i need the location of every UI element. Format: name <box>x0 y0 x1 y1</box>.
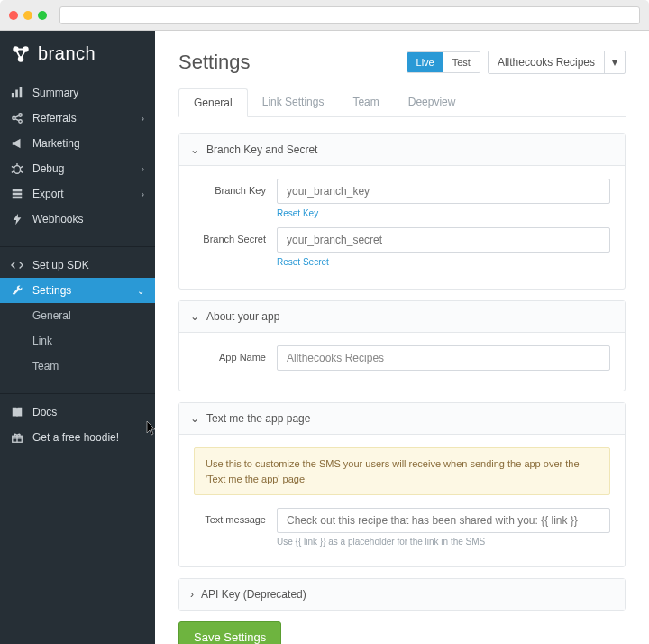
sidebar-item-marketing[interactable]: Marketing <box>0 131 155 156</box>
chevron-down-icon: ⌄ <box>190 412 199 425</box>
brand-logo[interactable]: branch <box>0 31 155 80</box>
panel-api-key-head[interactable]: › API Key (Deprecated) <box>179 579 625 610</box>
text-msg-input[interactable] <box>277 508 610 533</box>
env-toggle: Live Test <box>407 51 480 73</box>
tab-deepview[interactable]: Deepview <box>394 88 471 116</box>
chevron-right-icon: › <box>190 588 194 601</box>
nav-label: Marketing <box>32 137 80 150</box>
sidebar: branch Summary Referrals › Marketing Deb… <box>0 31 155 644</box>
svg-point-8 <box>19 120 23 124</box>
panel-about: ⌄ About your app App Name <box>178 300 626 391</box>
svg-rect-12 <box>13 197 23 199</box>
sidebar-item-hoodie[interactable]: Get a free hoodie! <box>0 425 155 450</box>
app-name-label: App Name <box>194 345 266 363</box>
sidebar-sub-general[interactable]: General <box>0 303 155 328</box>
tab-team[interactable]: Team <box>338 88 393 116</box>
code-icon <box>11 259 23 271</box>
bar-chart-icon <box>11 87 23 99</box>
sidebar-sub-link[interactable]: Link <box>0 328 155 354</box>
reset-key-link[interactable]: Reset Key <box>277 208 318 218</box>
app-switcher[interactable]: Allthecooks Recipes ▾ <box>488 51 626 74</box>
chevron-down-icon: ⌄ <box>137 286 144 296</box>
wrench-icon <box>11 284 23 297</box>
nav-label: Docs <box>32 406 57 419</box>
panel-about-head[interactable]: ⌄ About your app <box>179 301 625 333</box>
sidebar-sub-team[interactable]: Team <box>0 354 155 379</box>
panel-branch-key: ⌄ Branch Key and Secret Branch Key Reset… <box>178 133 626 290</box>
save-button[interactable]: Save Settings <box>178 621 281 644</box>
text-msg-label: Text message <box>194 508 266 525</box>
toggle-test[interactable]: Test <box>443 52 480 72</box>
chevron-right-icon: › <box>142 189 144 199</box>
branch-secret-label: Branch Secret <box>194 227 266 244</box>
svg-point-9 <box>14 166 21 174</box>
chevron-right-icon: › <box>142 114 144 124</box>
brand-name: branch <box>38 43 96 64</box>
svg-point-7 <box>19 114 23 117</box>
sidebar-item-sdk[interactable]: Set up SDK <box>0 253 155 278</box>
nav-label: Settings <box>32 284 71 297</box>
chevron-down-icon: ⌄ <box>190 143 199 156</box>
sidebar-item-docs[interactable]: Docs <box>0 400 155 425</box>
layers-icon <box>11 188 23 200</box>
nav-help: Docs Get a free hoodie! <box>0 400 155 459</box>
panel-text-me-head[interactable]: ⌄ Text me the app page <box>179 403 625 435</box>
reset-secret-link[interactable]: Reset Secret <box>277 257 329 267</box>
app-switcher-name: Allthecooks Recipes <box>489 51 604 73</box>
text-msg-hint: Use {{ link }} as a placeholder for the … <box>277 537 610 547</box>
nav-main: Summary Referrals › Marketing Debug › Ex… <box>0 80 155 241</box>
tab-general[interactable]: General <box>178 88 248 117</box>
nav-label: Webhooks <box>32 213 83 225</box>
browser-chrome <box>0 0 649 31</box>
branch-secret-input[interactable] <box>277 227 610 253</box>
nav-config: Set up SDK Settings ⌄ General Link Team <box>0 253 155 388</box>
url-bar[interactable] <box>59 6 640 24</box>
branch-key-input[interactable] <box>277 179 610 204</box>
window-min-button[interactable] <box>23 11 32 20</box>
divider <box>0 246 155 247</box>
svg-rect-11 <box>13 193 23 196</box>
chevron-down-icon: ⌄ <box>190 310 199 323</box>
svg-point-6 <box>13 116 16 120</box>
megaphone-icon <box>11 137 23 150</box>
content-area: Settings Live Test Allthecooks Recipes ▾… <box>155 31 649 644</box>
sidebar-item-debug[interactable]: Debug › <box>0 156 155 181</box>
nav-label: Set up SDK <box>32 259 89 271</box>
caret-down-icon: ▾ <box>604 51 625 73</box>
bolt-icon <box>11 213 23 225</box>
sidebar-item-summary[interactable]: Summary <box>0 80 155 106</box>
panel-branch-key-head[interactable]: ⌄ Branch Key and Secret <box>179 134 625 166</box>
text-me-notice: Use this to customize the SMS your users… <box>194 447 610 495</box>
panel-api-key: › API Key (Deprecated) <box>178 578 626 611</box>
share-icon <box>11 112 23 124</box>
sidebar-item-webhooks[interactable]: Webhooks <box>0 207 155 232</box>
bug-icon <box>11 162 23 175</box>
page-title: Settings <box>178 51 251 74</box>
sidebar-item-settings[interactable]: Settings ⌄ <box>0 278 155 303</box>
svg-rect-3 <box>12 93 14 97</box>
panel-title: About your app <box>206 310 279 323</box>
panel-title: API Key (Deprecated) <box>201 588 306 601</box>
nav-label: Export <box>32 188 64 200</box>
toggle-live[interactable]: Live <box>407 52 443 72</box>
settings-tabs: General Link Settings Team Deepview <box>178 88 626 117</box>
sidebar-item-referrals[interactable]: Referrals › <box>0 106 155 131</box>
svg-rect-10 <box>13 189 23 192</box>
nav-label: Summary <box>32 87 78 99</box>
svg-rect-5 <box>20 87 23 97</box>
book-icon <box>11 406 23 419</box>
panel-title: Branch Key and Secret <box>206 143 317 156</box>
panel-title: Text me the app page <box>206 412 310 425</box>
branch-key-label: Branch Key <box>194 179 266 196</box>
nav-label: Referrals <box>32 112 77 124</box>
window-max-button[interactable] <box>38 11 47 20</box>
app-name-input[interactable] <box>277 345 610 371</box>
gift-icon <box>11 431 23 444</box>
nav-label: Get a free hoodie! <box>32 431 119 444</box>
window-close-button[interactable] <box>9 11 18 20</box>
branch-logo-icon <box>11 44 31 64</box>
sidebar-item-export[interactable]: Export › <box>0 181 155 207</box>
divider <box>0 393 155 394</box>
tab-link-settings[interactable]: Link Settings <box>248 88 339 116</box>
panel-text-me: ⌄ Text me the app page Use this to custo… <box>178 402 626 567</box>
